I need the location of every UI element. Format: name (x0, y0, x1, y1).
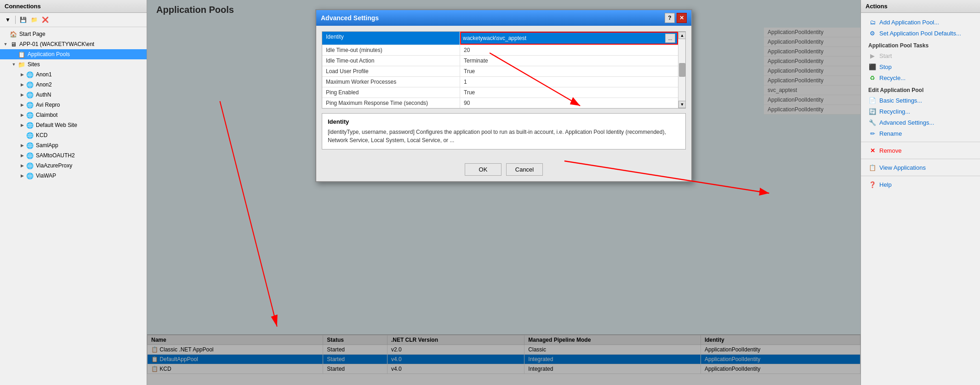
tree-item-start-page[interactable]: 🏠Start Page (0, 29, 147, 39)
tree-toggle-viawap[interactable]: ▶ (18, 172, 26, 179)
tree-toggle-anon2[interactable]: ▶ (18, 81, 26, 88)
tree-toggle-kcd[interactable] (18, 132, 26, 139)
action-label-1: Set Application Pool Defaults... (879, 30, 961, 37)
tree-toggle-samlapp[interactable]: ▶ (18, 142, 26, 149)
tree-toggle-anon1[interactable]: ▶ (18, 71, 26, 78)
action-label-5: Recycle... (879, 75, 906, 81)
dialog-footer: OK Cancel (316, 160, 691, 181)
actions-link-basic-settings---[interactable]: 📄Basic Settings... (861, 95, 980, 106)
tree-toggle-default-web-site[interactable]: ▶ (18, 121, 26, 129)
tree-item-authn[interactable]: ▶🌐AuthN (0, 90, 147, 100)
actions-link-advanced-settings---[interactable]: 🔧Advanced Settings... (861, 117, 980, 128)
cancel-button[interactable]: Cancel (506, 163, 543, 176)
settings-row-0[interactable]: Identity wacketywack\svc_apptest ... (322, 32, 678, 45)
tree-label-sites: Sites (28, 61, 40, 68)
tree-toggle-authn[interactable]: ▶ (18, 91, 26, 98)
settings-row-6[interactable]: Ping Maximum Response Time (seconds)90 (322, 98, 678, 108)
tree-toggle-claimbot[interactable]: ▶ (18, 111, 26, 119)
tree-item-anon2[interactable]: ▶🌐Anon2 (0, 80, 147, 90)
tree-toggle-app-pools[interactable] (10, 51, 17, 58)
tree-item-anon1[interactable]: ▶🌐Anon1 (0, 69, 147, 80)
settings-row-1[interactable]: Idle Time-out (minutes)20 (322, 45, 678, 56)
action-icon-5: ♻ (868, 74, 877, 82)
settings-key-2: Idle Time-out Action (322, 56, 460, 66)
tree-icon-kcd: 🌐 (26, 131, 34, 139)
settings-key-1: Idle Time-out (minutes) (322, 45, 460, 55)
settings-rows: Identity wacketywack\svc_apptest ... Idl… (322, 32, 685, 108)
dialog-body: Identity wacketywack\svc_apptest ... Idl… (316, 26, 691, 160)
tree-label-samlapp: SamlApp (36, 142, 58, 149)
dialog-help-button[interactable]: ? (665, 13, 675, 23)
actions-divider-13 (861, 159, 980, 159)
tree-item-kcd[interactable]: 🌐KCD (0, 130, 147, 140)
action-label-8: Recycling... (879, 108, 910, 115)
tree-icon-avi-repro: 🌐 (26, 101, 34, 109)
scroll-up-button[interactable]: ▲ (678, 32, 686, 39)
tree-item-samtoauth2[interactable]: ▶🌐SAMtoOAUTH2 (0, 150, 147, 161)
settings-scroll-area[interactable]: Identity wacketywack\svc_apptest ... Idl… (322, 31, 686, 109)
action-label-7: Basic Settings... (879, 97, 922, 104)
tree-toggle-sites[interactable]: ▼ (10, 61, 17, 68)
action-icon-10: ✏ (868, 129, 877, 138)
tree-item-viawap[interactable]: ▶🌐ViaWAP (0, 171, 147, 181)
settings-key-6: Ping Maximum Response Time (seconds) (322, 98, 460, 108)
tree-icon-anon1: 🌐 (26, 70, 34, 79)
tree-item-sites[interactable]: ▼📁Sites (0, 59, 147, 69)
tree-item-app-pools[interactable]: 📋Application Pools (0, 49, 147, 59)
identity-browse-button[interactable]: ... (665, 34, 675, 43)
tree-label-viaazureproxy: ViaAzureProxy (36, 162, 72, 169)
tree-toggle-samtoauth2[interactable]: ▶ (18, 152, 26, 159)
actions-link-remove[interactable]: ✕Remove (861, 145, 980, 156)
toolbar-save-btn[interactable]: 💾 (18, 15, 28, 25)
settings-key-5: Ping Enabled (322, 87, 460, 98)
actions-link-stop[interactable]: ⬛Stop (861, 61, 980, 72)
tree-toggle-avi-repro[interactable]: ▶ (18, 101, 26, 109)
settings-row-2[interactable]: Idle Time-out ActionTerminate (322, 56, 678, 66)
toolbar-delete-btn[interactable]: ❌ (40, 15, 50, 25)
tree-item-samlapp[interactable]: ▶🌐SamlApp (0, 140, 147, 150)
settings-val-1: 20 (460, 45, 678, 55)
tree-icon-sites: 📁 (17, 60, 26, 69)
iis-background: Application Pools ApplicationPoolIdentit… (147, 0, 860, 385)
settings-key-3: Load User Profile (322, 66, 460, 76)
tree-label-app-pools: Application Pools (28, 51, 70, 57)
dialog-buttons: ? ✕ (665, 13, 687, 23)
tree-toggle-app01[interactable]: ▼ (2, 40, 9, 48)
tree-icon-start-page: 🏠 (9, 30, 17, 38)
tree-icon-samlapp: 🌐 (26, 141, 34, 149)
toolbar-folder-btn[interactable]: 📁 (29, 15, 39, 25)
action-label-10: Rename (879, 130, 902, 137)
connections-title: Connections (5, 3, 41, 10)
ok-button[interactable]: OK (465, 163, 501, 176)
connections-toolbar: ▼ 💾 📁 ❌ (0, 13, 147, 27)
dialog-close-button[interactable]: ✕ (677, 13, 687, 23)
settings-val-4: 1 (460, 77, 678, 87)
settings-val-0: wacketywack\svc_apptest ... (460, 32, 678, 45)
settings-row-5[interactable]: Ping EnabledTrue (322, 87, 678, 98)
tree-label-default-web-site: Default Web Site (36, 122, 77, 128)
settings-val-6: 90 (460, 98, 678, 108)
tree-item-viaazureproxy[interactable]: ▶🌐ViaAzureProxy (0, 161, 147, 171)
actions-link-view-applications[interactable]: 📋View Applications (861, 162, 980, 173)
scroll-down-button[interactable]: ▼ (678, 101, 686, 108)
tree-toggle-viaazureproxy[interactable]: ▶ (18, 162, 26, 169)
action-label-3: Start (879, 52, 892, 59)
actions-link-recycling---[interactable]: 🔄Recycling... (861, 106, 980, 117)
tree-item-avi-repro[interactable]: ▶🌐Avi Repro (0, 100, 147, 110)
actions-link-help[interactable]: ❓Help (861, 179, 980, 190)
tree-item-app01[interactable]: ▼🖥APP-01 (WACKETYWACK\ent (0, 39, 147, 49)
settings-row-4[interactable]: Maximum Worker Processes1 (322, 77, 678, 87)
actions-divider-11 (861, 142, 980, 142)
actions-section-2: Application Pool Tasks (861, 39, 980, 50)
toolbar-dropdown-btn[interactable]: ▼ (3, 15, 13, 25)
actions-link-rename[interactable]: ✏Rename (861, 128, 980, 139)
actions-link-recycle---[interactable]: ♻Recycle... (861, 72, 980, 83)
settings-row-3[interactable]: Load User ProfileTrue (322, 66, 678, 77)
tree-item-default-web-site[interactable]: ▶🌐Default Web Site (0, 120, 147, 130)
tree-label-samtoauth2: SAMtoOAUTH2 (36, 152, 75, 159)
actions-link-set-application-pool-defaults---[interactable]: ⚙Set Application Pool Defaults... (861, 28, 980, 39)
tree-toggle-start-page[interactable] (2, 30, 9, 38)
actions-link-add-application-pool---[interactable]: 🗂Add Application Pool... (861, 17, 980, 28)
connections-panel: Connections ▼ 💾 📁 ❌ 🏠Start Page▼🖥APP-01 … (0, 0, 147, 385)
tree-item-claimbot[interactable]: ▶🌐Claimbot (0, 110, 147, 120)
